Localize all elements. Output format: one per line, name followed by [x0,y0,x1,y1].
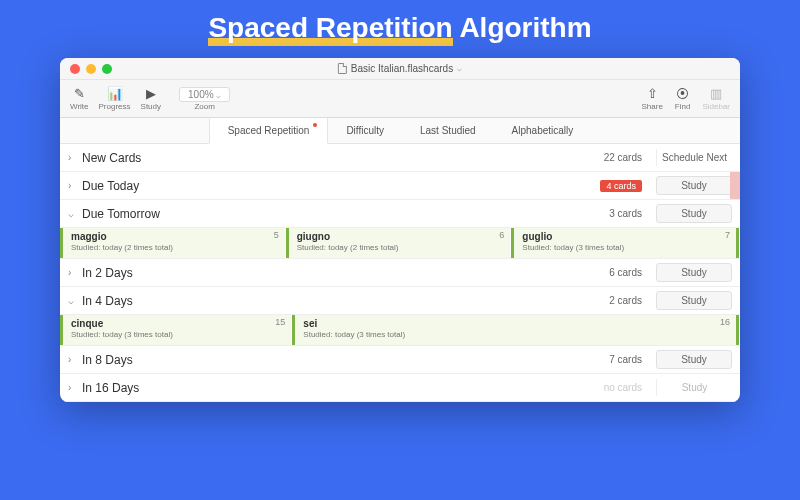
study-button[interactable]: Study [656,176,732,195]
app-window: Basic Italian.flashcards ⌵ ✎ Write 📊 Pro… [60,58,740,402]
study-button[interactable]: Study [656,291,732,310]
find-button[interactable]: ⦿ Find [675,86,691,111]
play-icon: ▶ [146,86,156,101]
hero-banner: Spaced Repetition Algorithm [0,0,800,52]
flashcard[interactable]: 6 giugno Studied: today (2 times total) [286,228,511,258]
study-button[interactable]: ▶ Study [141,86,161,111]
chart-icon: 📊 [107,86,123,101]
section-due-today[interactable]: › Due Today 4 cards Study [60,172,740,200]
maximize-icon[interactable] [102,64,112,74]
tab-difficulty[interactable]: Difficulty [328,118,402,143]
study-button[interactable]: Study [656,263,732,282]
chevron-right-icon: › [68,382,78,393]
hero-rest: Algorithm [453,12,592,43]
study-button: Study [656,379,732,396]
toolbar: ✎ Write 📊 Progress ▶ Study 100% ⌵ Zoom ⇧… [60,80,740,118]
chevron-right-icon: › [68,152,78,163]
cards-tomorrow: 5 maggio Studied: today (2 times total) … [60,228,740,259]
tab-spaced-repetition[interactable]: Spaced Repetition [209,118,329,144]
chevron-down-icon: ⌵ [68,295,78,306]
document-icon [338,63,347,74]
notification-dot-icon [313,123,317,127]
sidebar-icon: ▥ [710,86,722,101]
section-in-8-days[interactable]: › In 8 Days 7 cards Study [60,346,740,374]
minimize-icon[interactable] [86,64,96,74]
sections-list: › New Cards 22 cards Schedule Next › Due… [60,144,740,402]
flashcard[interactable]: 5 maggio Studied: today (2 times total) [60,228,285,258]
sort-tabs: Spaced Repetition Difficulty Last Studie… [60,118,740,144]
chevron-right-icon: › [68,354,78,365]
study-button[interactable]: Study [656,204,732,223]
write-button[interactable]: ✎ Write [70,86,89,111]
chevron-down-icon[interactable]: ⌵ [457,64,462,73]
traffic-lights[interactable] [70,64,112,74]
cards-4days: 15 cinque Studied: today (3 times total)… [60,315,740,346]
window-title: Basic Italian.flashcards ⌵ [338,63,462,74]
chevron-right-icon: › [68,180,78,191]
due-badge: 4 cards [600,180,642,192]
titlebar: Basic Italian.flashcards ⌵ [60,58,740,80]
section-in-16-days[interactable]: › In 16 Days no cards Study [60,374,740,402]
section-due-tomorrow[interactable]: ⌵ Due Tomorrow 3 cards Study [60,200,740,228]
chevron-down-icon: ⌵ [68,208,78,219]
chevron-right-icon: › [68,267,78,278]
section-in-2-days[interactable]: › In 2 Days 6 cards Study [60,259,740,287]
section-new-cards[interactable]: › New Cards 22 cards Schedule Next [60,144,740,172]
schedule-next-button[interactable]: Schedule Next [656,149,732,166]
study-button[interactable]: Study [656,350,732,369]
progress-button[interactable]: 📊 Progress [99,86,131,111]
share-icon: ⇧ [647,86,658,101]
flashcard[interactable]: 7 guglio Studied: today (3 times total) [511,228,739,258]
zoom-control[interactable]: 100% ⌵ Zoom [179,87,230,111]
hero-highlight: Spaced Repetition [208,12,452,44]
flashcard[interactable]: 16 sei Studied: today (3 times total) [292,315,739,345]
sidebar-button[interactable]: ▥ Sidebar [702,86,730,111]
flashcard[interactable]: 15 cinque Studied: today (3 times total) [60,315,291,345]
tab-last-studied[interactable]: Last Studied [402,118,494,143]
pencil-icon: ✎ [74,86,85,101]
close-icon[interactable] [70,64,80,74]
share-button[interactable]: ⇧ Share [642,86,663,111]
tab-alphabetically[interactable]: Alphabetically [494,118,592,143]
section-in-4-days[interactable]: ⌵ In 4 Days 2 cards Study [60,287,740,315]
search-icon: ⦿ [676,86,689,101]
urgent-accent [730,172,740,199]
